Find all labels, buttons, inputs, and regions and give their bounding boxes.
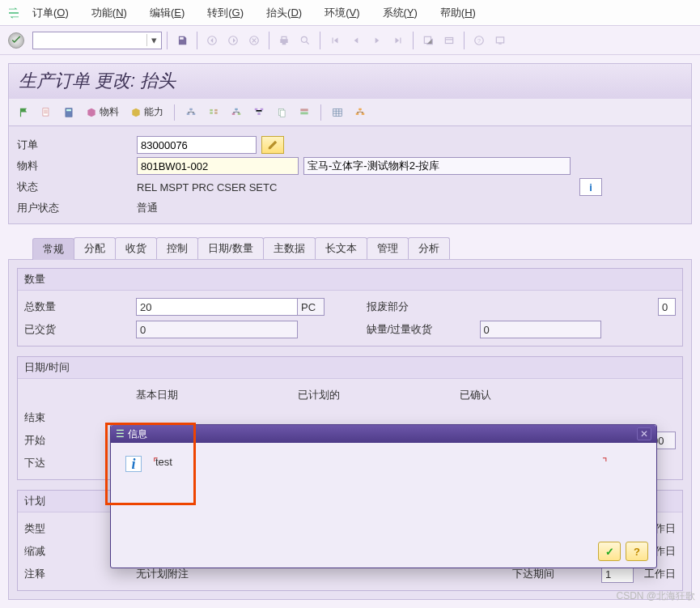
svg-rect-31 xyxy=(358,108,362,109)
svg-rect-29 xyxy=(300,112,308,114)
calc-button[interactable] xyxy=(59,104,78,121)
next-page-button[interactable] xyxy=(367,32,387,49)
popup-message: test xyxy=(155,456,172,468)
tab-dates[interactable]: 日期/数量 xyxy=(197,237,264,259)
find-button[interactable] xyxy=(295,32,315,49)
dropdown-icon[interactable]: ▾ xyxy=(146,34,161,46)
unit-wd-3: 工作日 xyxy=(634,567,676,581)
menu-env[interactable]: 环境(V) xyxy=(325,6,359,20)
components-button[interactable] xyxy=(227,104,246,121)
popup-ok-button[interactable] xyxy=(598,542,621,561)
popup-close-button[interactable]: ✕ xyxy=(637,427,651,440)
menu-order[interactable]: 订单(O) xyxy=(32,6,69,20)
tab-strip: 常规 分配 收货 控制 日期/数量 主数据 长文本 管理 分析 xyxy=(8,237,692,259)
enter-button[interactable] xyxy=(8,32,24,49)
first-page-button[interactable] xyxy=(325,32,345,49)
popup-title-text: 信息 xyxy=(128,428,147,440)
svg-rect-24 xyxy=(261,108,264,109)
qty-group-title: 数量 xyxy=(18,269,682,291)
tab-longtext[interactable]: 长文本 xyxy=(315,237,367,259)
wbs-button[interactable] xyxy=(350,104,370,121)
total-qty-field[interactable]: 20 xyxy=(136,298,298,316)
svg-rect-25 xyxy=(257,113,261,114)
doc-button[interactable] xyxy=(36,104,56,121)
menu-system[interactable]: 系统(Y) xyxy=(383,6,418,20)
svg-text:?: ? xyxy=(477,37,481,43)
svg-rect-13 xyxy=(189,108,193,109)
prev-page-button[interactable] xyxy=(346,32,366,49)
capacity-button[interactable]: 能力 xyxy=(126,104,168,121)
tab-control[interactable]: 控制 xyxy=(156,237,198,259)
tab-master[interactable]: 主数据 xyxy=(263,237,316,259)
popup-help-button[interactable] xyxy=(626,542,648,561)
total-qty-label: 总数量 xyxy=(24,300,136,314)
svg-rect-8 xyxy=(496,36,503,42)
svg-rect-32 xyxy=(356,113,359,114)
tab-analysis[interactable]: 分析 xyxy=(408,237,450,259)
last-page-button[interactable] xyxy=(388,32,408,49)
status-info-button[interactable]: i xyxy=(579,178,602,196)
save-button[interactable] xyxy=(172,32,192,49)
order-search-help[interactable] xyxy=(261,136,284,154)
cancel-button[interactable] xyxy=(244,32,264,49)
scrap-label: 报废部分 xyxy=(350,300,480,314)
menu-help[interactable]: 帮助(H) xyxy=(440,6,476,20)
layout-button[interactable] xyxy=(490,32,510,49)
uom-field: PC xyxy=(297,298,325,316)
hierarchy-button[interactable] xyxy=(181,104,201,121)
col-planned: 已计划的 xyxy=(298,388,460,402)
table-button[interactable] xyxy=(328,104,347,121)
remark-label: 注释 xyxy=(24,567,136,581)
material-desc: 宝马-立体字-测试物料2-按库 xyxy=(303,157,571,175)
print-button[interactable] xyxy=(274,32,294,49)
menu-icon[interactable] xyxy=(6,7,21,19)
svg-rect-17 xyxy=(210,112,213,113)
remark-value: 无计划附注 xyxy=(136,567,189,581)
delivered-field: 0 xyxy=(136,321,298,338)
row-start-label: 开始 xyxy=(24,433,97,448)
command-field[interactable]: ▾ xyxy=(32,32,162,49)
tab-admin[interactable]: 管理 xyxy=(367,237,409,259)
system-toolbar: ▾ ? xyxy=(0,26,700,55)
svg-rect-16 xyxy=(210,108,213,110)
tab-general[interactable]: 常规 xyxy=(32,238,74,260)
material-button[interactable]: 物料 xyxy=(82,104,123,121)
network-button[interactable] xyxy=(249,104,269,121)
svg-rect-15 xyxy=(193,113,196,114)
svg-rect-5 xyxy=(445,37,452,43)
exit-button[interactable] xyxy=(223,32,243,49)
delivered-label: 已交货 xyxy=(24,322,136,337)
menu-edit[interactable]: 编辑(E) xyxy=(150,6,185,20)
docs-button[interactable] xyxy=(272,104,291,121)
tab-receipt[interactable]: 收货 xyxy=(115,237,157,259)
order-field[interactable]: 83000076 xyxy=(137,136,257,154)
svg-rect-23 xyxy=(255,108,258,109)
back-button[interactable] xyxy=(202,32,222,49)
menu-function[interactable]: 功能(N) xyxy=(91,6,127,20)
app-toolbar: 物料 能力 xyxy=(9,98,691,125)
info-icon: i xyxy=(125,456,142,472)
flag-button[interactable] xyxy=(14,104,33,121)
scrap-field[interactable]: 0 xyxy=(658,298,676,316)
date-group-title: 日期/时间 xyxy=(18,357,682,379)
new-session-button[interactable] xyxy=(418,32,438,49)
operations-button[interactable] xyxy=(204,104,223,121)
menu-goto[interactable]: 转到(G) xyxy=(207,6,244,20)
row-end-label: 结束 xyxy=(24,410,97,425)
svg-rect-28 xyxy=(300,108,308,111)
popup-titlebar[interactable]: ☰信息 ✕ xyxy=(111,425,656,443)
svg-rect-18 xyxy=(214,108,218,110)
material-field[interactable]: 801BW01-002 xyxy=(137,157,299,175)
svg-rect-14 xyxy=(187,113,190,114)
schedule-button[interactable] xyxy=(295,104,314,121)
help-button[interactable]: ? xyxy=(469,32,489,49)
shortcut-button[interactable] xyxy=(439,32,459,49)
svg-rect-30 xyxy=(333,108,342,116)
menu-header[interactable]: 抬头(D) xyxy=(266,6,302,20)
right2-label: 下达期间 xyxy=(512,567,601,581)
bracket-right: ⌝ xyxy=(602,456,608,469)
row-release-label: 下达 xyxy=(24,456,97,470)
svg-point-3 xyxy=(301,36,307,42)
tab-assign[interactable]: 分配 xyxy=(74,237,116,259)
svg-rect-12 xyxy=(66,108,71,110)
